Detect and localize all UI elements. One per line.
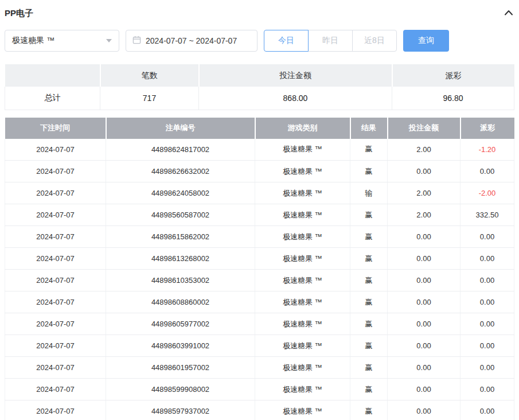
cell-payout: 0.00	[461, 161, 514, 182]
cell-bet-time: 2024-07-07	[5, 335, 106, 357]
yesterday-button[interactable]: 昨日	[308, 30, 353, 52]
cell-payout: 0.00	[461, 335, 514, 357]
header-payout: 派彩	[461, 118, 514, 139]
cell-result: 赢	[350, 379, 388, 400]
cell-game-type: 极速糖果 ™	[255, 226, 350, 248]
last-8-days-button[interactable]: 近8日	[352, 30, 397, 52]
summary-header-payout: 派彩	[392, 64, 514, 87]
cell-bet-time: 2024-07-07	[5, 139, 106, 161]
cell-bet-time: 2024-07-07	[5, 291, 106, 313]
cell-game-type: 极速糖果 ™	[255, 248, 350, 270]
cell-game-type: 极速糖果 ™	[255, 291, 350, 313]
cell-result: 赢	[350, 335, 388, 357]
header-result: 结果	[350, 118, 388, 139]
cell-bet-amount: 0.00	[388, 357, 461, 379]
cell-game-type: 极速糖果 ™	[255, 379, 350, 400]
cell-bet-time: 2024-07-07	[5, 204, 106, 226]
cell-result: 赢	[350, 248, 388, 270]
cell-result: 赢	[350, 313, 388, 335]
cell-game-type: 极速糖果 ™	[255, 400, 350, 420]
cell-order-id: 44898601957002	[106, 357, 255, 379]
cell-payout: 0.00	[461, 248, 514, 270]
cell-result: 赢	[350, 357, 388, 379]
cell-bet-amount: 2.00	[388, 139, 461, 161]
cell-payout: 0.00	[461, 226, 514, 248]
cell-result: 赢	[350, 161, 388, 182]
bet-table-header-row: 下注时间 注单编号 游戏类别 结果 投注金额 派彩	[5, 118, 514, 139]
cell-payout: -2.00	[461, 182, 514, 204]
summary-total-label: 总计	[5, 87, 100, 110]
cell-order-id: 44898626632002	[106, 161, 255, 182]
cell-bet-time: 2024-07-07	[5, 182, 106, 204]
cell-result: 赢	[350, 226, 388, 248]
table-row: 2024-07-0744898597937002极速糖果 ™赢0.000.00	[5, 400, 514, 420]
cell-bet-time: 2024-07-07	[5, 400, 106, 420]
cell-bet-time: 2024-07-07	[5, 248, 106, 270]
cell-result: 赢	[350, 139, 388, 161]
cell-bet-amount: 0.00	[388, 161, 461, 182]
cell-payout: 332.50	[461, 204, 514, 226]
cell-bet-amount: 0.00	[388, 291, 461, 313]
calendar-icon	[132, 36, 141, 46]
cell-payout: 0.00	[461, 357, 514, 379]
cell-bet-time: 2024-07-07	[5, 270, 106, 291]
cell-order-id: 44898560587002	[106, 204, 255, 226]
cell-bet-time: 2024-07-07	[5, 357, 106, 379]
table-row: 2024-07-0744898601957002极速糖果 ™赢0.000.00	[5, 357, 514, 379]
search-button[interactable]: 查询	[403, 30, 449, 52]
chevron-up-icon	[504, 9, 513, 18]
summary-header-row: 笔数 投注金额 派彩	[5, 64, 514, 87]
bet-records-table: 下注时间 注单编号 游戏类别 结果 投注金额 派彩 2024-07-074489…	[5, 118, 514, 420]
cell-bet-amount: 2.00	[388, 182, 461, 204]
bet-table-body: 2024-07-0744898624817002极速糖果 ™赢2.00-1.20…	[5, 139, 514, 420]
cell-bet-time: 2024-07-07	[5, 379, 106, 400]
summary-total-count: 717	[100, 87, 199, 110]
cell-bet-amount: 0.00	[388, 270, 461, 291]
cell-game-type: 极速糖果 ™	[255, 335, 350, 357]
cell-bet-time: 2024-07-07	[5, 226, 106, 248]
cell-order-id: 44898608860002	[106, 291, 255, 313]
table-row: 2024-07-0744898603991002极速糖果 ™赢0.000.00	[5, 335, 514, 357]
cell-bet-amount: 0.00	[388, 226, 461, 248]
cell-game-type: 极速糖果 ™	[255, 182, 350, 204]
today-button[interactable]: 今日	[264, 30, 309, 52]
cell-game-type: 极速糖果 ™	[255, 270, 350, 291]
summary-total-payout: 96.80	[392, 87, 514, 110]
table-row: 2024-07-0744898605977002极速糖果 ™赢0.000.00	[5, 313, 514, 335]
quick-date-button-group: 今日 昨日 近8日	[264, 30, 397, 52]
table-row: 2024-07-0744898610353002极速糖果 ™赢0.000.00	[5, 270, 514, 291]
cell-bet-amount: 0.00	[388, 379, 461, 400]
table-row: 2024-07-0744898560587002极速糖果 ™赢2.00332.5…	[5, 204, 514, 226]
collapse-panel-button[interactable]	[503, 8, 514, 19]
page-title: PP电子	[5, 8, 33, 19]
table-row: 2024-07-0744898599908002极速糖果 ™赢0.000.00	[5, 379, 514, 400]
date-range-value: 2024-07-07 ~ 2024-07-07	[146, 36, 237, 45]
summary-total-row: 总计 717 868.00 96.80	[5, 87, 514, 110]
summary-header-blank	[5, 64, 100, 87]
filter-row: 极速糖果 ™ 2024-07-07 ~ 2024-07-07 今日 昨日 近8日…	[5, 30, 514, 52]
date-range-input[interactable]: 2024-07-07 ~ 2024-07-07	[126, 30, 257, 52]
table-row: 2024-07-0744898624817002极速糖果 ™赢2.00-1.20	[5, 139, 514, 161]
cell-bet-amount: 0.00	[388, 313, 461, 335]
cell-bet-amount: 2.00	[388, 204, 461, 226]
cell-game-type: 极速糖果 ™	[255, 357, 350, 379]
summary-table: 笔数 投注金额 派彩 总计 717 868.00 96.80	[5, 64, 514, 110]
cell-game-type: 极速糖果 ™	[255, 161, 350, 182]
cell-order-id: 44898615862002	[106, 226, 255, 248]
cell-game-type: 极速糖果 ™	[255, 313, 350, 335]
cell-bet-time: 2024-07-07	[5, 161, 106, 182]
cell-order-id: 44898624058002	[106, 182, 255, 204]
cell-game-type: 极速糖果 ™	[255, 139, 350, 161]
chevron-down-icon	[106, 39, 112, 42]
cell-order-id: 44898624817002	[106, 139, 255, 161]
table-row: 2024-07-0744898613268002极速糖果 ™赢0.000.00	[5, 248, 514, 270]
cell-order-id: 44898597937002	[106, 400, 255, 420]
pp-electronic-panel: PP电子 极速糖果 ™ 2024-07-07 ~ 2024-07-07 今日 昨…	[0, 0, 519, 420]
table-row: 2024-07-0744898626632002极速糖果 ™赢0.000.00	[5, 161, 514, 182]
table-row: 2024-07-0744898624058002极速糖果 ™输2.00-2.00	[5, 182, 514, 204]
game-select[interactable]: 极速糖果 ™	[5, 30, 119, 52]
cell-bet-time: 2024-07-07	[5, 313, 106, 335]
cell-bet-amount: 0.00	[388, 400, 461, 420]
cell-result: 输	[350, 182, 388, 204]
table-row: 2024-07-0744898615862002极速糖果 ™赢0.000.00	[5, 226, 514, 248]
